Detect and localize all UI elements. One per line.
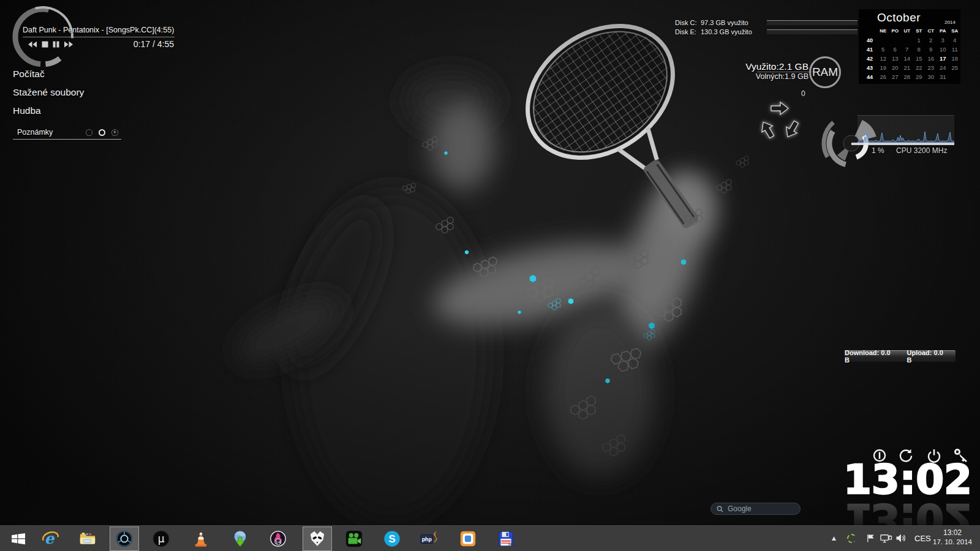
flame-14-icon: 14: [269, 530, 287, 548]
network-tray-icon[interactable]: [880, 526, 892, 550]
recycle-bin-icon[interactable]: [758, 99, 801, 144]
tray-time: 13:02: [929, 528, 976, 538]
search-icon[interactable]: [717, 506, 723, 512]
network-upload: Upload: 0.0 B: [907, 349, 949, 364]
chrome-icon: [115, 530, 134, 548]
vlc-icon: [192, 530, 210, 548]
svg-text:64: 64: [508, 542, 512, 546]
svg-text:S: S: [388, 533, 395, 545]
volume-tray-icon[interactable]: [895, 526, 907, 550]
tray-hidden-icons-button[interactable]: ▲: [832, 526, 836, 550]
svg-text:php: php: [422, 536, 432, 542]
svg-text:µ: µ: [158, 533, 165, 545]
cpu-text: 1 % CPU 3200 MHz: [854, 146, 956, 155]
taskbar-vlc[interactable]: [186, 527, 216, 551]
tray-green-utility-icon[interactable]: [847, 526, 856, 550]
calendar-month: October: [877, 11, 921, 24]
windows-logo-icon: [10, 531, 26, 547]
network-download: Download: 0.0 B: [845, 349, 897, 364]
ram-free: Volných:1.9 GB: [674, 72, 809, 81]
previous-button[interactable]: [27, 40, 37, 48]
php-icon: php: [420, 530, 440, 548]
music-player-widget: Daft Punk - Pentatonix - [SongsPk.CC](4:…: [5, 2, 183, 70]
taskbar-video-app[interactable]: [339, 527, 369, 551]
taskbar-vmware[interactable]: [453, 527, 483, 551]
calendar-today: 17: [940, 55, 946, 62]
notes-circle-icon[interactable]: [99, 129, 105, 136]
cpu-usage: 1 %: [872, 146, 884, 155]
calendar-grid: NEPOUTSTCTPASA 40 1234 41 567891011 42 1…: [862, 26, 961, 81]
ram-used: Využito:2.1 GB: [674, 61, 809, 72]
tray-clock[interactable]: 13:02 17. 10. 2014: [929, 528, 976, 547]
taskbar-floppy-app[interactable]: 64: [491, 527, 521, 551]
tray-date: 17. 10. 2014: [929, 538, 976, 547]
pause-button[interactable]: [53, 40, 59, 48]
track-time: 0:17 / 4:55: [134, 39, 174, 49]
skype-icon: S: [383, 530, 401, 548]
disk-c-usage: 97.3 GB využito: [701, 19, 748, 26]
start-button[interactable]: [4, 527, 33, 551]
notes-refresh-icon[interactable]: [86, 129, 92, 136]
track-title: Daft Punk - Pentatonix - [SongsPk.CC](4:…: [23, 26, 182, 34]
disk-c-label: Disk C:: [675, 19, 696, 26]
recycle-bin-count: 0: [801, 89, 805, 98]
vmware-icon: [459, 530, 477, 548]
shortcut-computer[interactable]: Počítač: [13, 69, 45, 80]
cpu-graph: [858, 115, 954, 143]
internet-explorer-icon: e: [41, 530, 59, 548]
ram-label: RAM: [812, 66, 838, 79]
player-divider: [23, 37, 175, 37]
desktop-clock: 13:02: [843, 460, 972, 500]
disk-c-bar: [767, 20, 858, 25]
file-explorer-icon: [78, 530, 97, 548]
cpu-baseline: [851, 143, 954, 145]
video-camera-icon: [345, 530, 363, 548]
disk-e-label: Disk E:: [675, 28, 696, 36]
taskbar: e µ: [0, 525, 980, 551]
disk-e-bar: [767, 29, 858, 34]
taskbar-download-manager[interactable]: [225, 527, 255, 551]
taskbar-file-explorer[interactable]: [73, 527, 102, 551]
utorrent-icon: µ: [152, 530, 170, 548]
download-manager-icon: [231, 530, 249, 548]
foobar2000-icon: [308, 530, 326, 548]
floppy-disk-icon: 64: [497, 530, 515, 548]
stop-button[interactable]: [42, 40, 48, 48]
cpu-label: CPU 3200 MHz: [896, 146, 947, 155]
taskbar-php-app[interactable]: php: [415, 527, 445, 551]
shortcut-notes[interactable]: Poznámky: [17, 128, 53, 137]
notes-add-icon[interactable]: +: [111, 129, 118, 136]
calendar-year: 2014: [944, 20, 956, 25]
next-button[interactable]: [64, 40, 74, 48]
search-input[interactable]: [726, 504, 794, 514]
shortcut-downloads[interactable]: Stažené soubory: [13, 87, 84, 98]
disk-e-usage: 130.3 GB využito: [701, 28, 752, 36]
shortcut-music[interactable]: Hudba: [13, 105, 41, 116]
svg-text:14: 14: [276, 539, 281, 545]
taskbar-utorrent[interactable]: µ: [146, 527, 176, 551]
tennis-racket: [502, 0, 757, 269]
taskbar-internet-explorer[interactable]: e: [36, 527, 65, 551]
disk-c-row[interactable]: Disk C: 97.3 GB využito: [674, 19, 858, 28]
taskbar-skype[interactable]: S: [377, 527, 407, 551]
network-widget: Download: 0.0 B Upload: 0.0 B: [845, 350, 956, 362]
calendar-widget: October 2014 NEPOUTSTCTPASA 40 1234 41 5…: [859, 9, 960, 84]
disk-e-row[interactable]: Disk E: 130.3 GB využito: [674, 28, 858, 37]
action-center-flag-icon[interactable]: [866, 526, 875, 550]
ram-widget: Využito:2.1 GB Volných:1.9 GB: [674, 61, 809, 81]
taskbar-chrome-active[interactable]: [110, 527, 139, 551]
taskbar-flame-app[interactable]: 14: [263, 527, 293, 551]
ram-circle: RAM: [809, 56, 841, 88]
google-search-bar[interactable]: [710, 503, 801, 515]
notes-underline: [13, 139, 121, 140]
taskbar-foobar2000-active[interactable]: [303, 527, 332, 551]
